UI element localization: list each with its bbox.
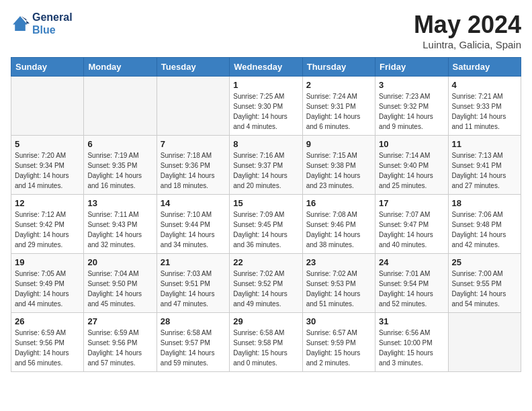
day-number: 14 <box>161 198 226 208</box>
day-number: 24 <box>379 257 444 267</box>
day-info: Sunrise: 6:59 AM Sunset: 9:56 PM Dayligh… <box>15 328 80 368</box>
title-block: May 2024 Luintra, Galicia, Spain <box>414 11 521 50</box>
week-row-1: 1Sunrise: 7:25 AM Sunset: 9:30 PM Daylig… <box>11 77 521 136</box>
calendar-cell: 24Sunrise: 7:01 AM Sunset: 9:54 PM Dayli… <box>375 254 448 313</box>
weekday-header-row: SundayMondayTuesdayWednesdayThursdayFrid… <box>11 58 521 77</box>
day-number: 13 <box>87 198 152 208</box>
day-info: Sunrise: 7:07 AM Sunset: 9:47 PM Dayligh… <box>379 210 444 250</box>
calendar-cell: 6Sunrise: 7:19 AM Sunset: 9:35 PM Daylig… <box>84 136 157 195</box>
calendar-cell: 7Sunrise: 7:18 AM Sunset: 9:36 PM Daylig… <box>157 136 229 195</box>
weekday-header-wednesday: Wednesday <box>230 58 302 77</box>
day-number: 25 <box>452 257 517 267</box>
day-number: 10 <box>379 139 444 149</box>
day-info: Sunrise: 7:02 AM Sunset: 9:52 PM Dayligh… <box>233 269 298 309</box>
day-number: 31 <box>379 316 444 326</box>
day-info: Sunrise: 7:11 AM Sunset: 9:43 PM Dayligh… <box>87 210 152 250</box>
day-info: Sunrise: 7:03 AM Sunset: 9:51 PM Dayligh… <box>161 269 226 309</box>
calendar-cell: 5Sunrise: 7:20 AM Sunset: 9:34 PM Daylig… <box>11 136 84 195</box>
calendar-cell: 12Sunrise: 7:12 AM Sunset: 9:42 PM Dayli… <box>11 195 84 254</box>
calendar-cell: 16Sunrise: 7:08 AM Sunset: 9:46 PM Dayli… <box>302 195 375 254</box>
weekday-header-saturday: Saturday <box>448 58 521 77</box>
day-info: Sunrise: 7:23 AM Sunset: 9:32 PM Dayligh… <box>379 91 444 132</box>
calendar-cell: 23Sunrise: 7:02 AM Sunset: 9:53 PM Dayli… <box>302 254 375 313</box>
day-number: 18 <box>452 198 517 208</box>
day-info: Sunrise: 7:01 AM Sunset: 9:54 PM Dayligh… <box>379 269 444 309</box>
day-info: Sunrise: 7:05 AM Sunset: 9:49 PM Dayligh… <box>15 269 80 309</box>
weekday-header-sunday: Sunday <box>11 58 84 77</box>
weekday-header-tuesday: Tuesday <box>157 58 229 77</box>
calendar-cell: 30Sunrise: 6:57 AM Sunset: 9:59 PM Dayli… <box>302 313 375 372</box>
day-info: Sunrise: 7:15 AM Sunset: 9:38 PM Dayligh… <box>306 150 371 191</box>
day-number: 16 <box>306 198 371 208</box>
day-number: 7 <box>161 139 226 149</box>
day-info: Sunrise: 6:58 AM Sunset: 9:58 PM Dayligh… <box>233 328 298 368</box>
day-number: 11 <box>452 139 517 149</box>
day-number: 15 <box>233 198 298 208</box>
day-info: Sunrise: 7:12 AM Sunset: 9:42 PM Dayligh… <box>15 210 80 250</box>
calendar-cell: 14Sunrise: 7:10 AM Sunset: 9:44 PM Dayli… <box>157 195 229 254</box>
logo: General Blue <box>11 11 73 36</box>
page-header: General Blue May 2024 Luintra, Galicia, … <box>11 11 521 50</box>
day-info: Sunrise: 7:14 AM Sunset: 9:40 PM Dayligh… <box>379 150 444 191</box>
day-number: 2 <box>306 80 371 90</box>
weekday-header-friday: Friday <box>375 58 448 77</box>
calendar-cell: 3Sunrise: 7:23 AM Sunset: 9:32 PM Daylig… <box>375 77 448 136</box>
calendar-cell: 10Sunrise: 7:14 AM Sunset: 9:40 PM Dayli… <box>375 136 448 195</box>
calendar-cell: 29Sunrise: 6:58 AM Sunset: 9:58 PM Dayli… <box>230 313 302 372</box>
calendar-cell <box>448 313 521 372</box>
calendar-cell: 1Sunrise: 7:25 AM Sunset: 9:30 PM Daylig… <box>230 77 302 136</box>
weekday-header-thursday: Thursday <box>302 58 375 77</box>
day-info: Sunrise: 7:13 AM Sunset: 9:41 PM Dayligh… <box>452 150 517 191</box>
day-info: Sunrise: 7:20 AM Sunset: 9:34 PM Dayligh… <box>15 150 80 191</box>
day-info: Sunrise: 7:24 AM Sunset: 9:31 PM Dayligh… <box>306 91 371 132</box>
day-info: Sunrise: 7:09 AM Sunset: 9:45 PM Dayligh… <box>233 210 298 250</box>
calendar-cell: 9Sunrise: 7:15 AM Sunset: 9:38 PM Daylig… <box>302 136 375 195</box>
day-info: Sunrise: 7:08 AM Sunset: 9:46 PM Dayligh… <box>306 210 371 250</box>
day-info: Sunrise: 7:19 AM Sunset: 9:35 PM Dayligh… <box>87 150 152 191</box>
calendar-cell: 19Sunrise: 7:05 AM Sunset: 9:49 PM Dayli… <box>11 254 84 313</box>
calendar-cell: 26Sunrise: 6:59 AM Sunset: 9:56 PM Dayli… <box>11 313 84 372</box>
day-number: 8 <box>233 139 298 149</box>
day-info: Sunrise: 7:21 AM Sunset: 9:33 PM Dayligh… <box>452 91 517 132</box>
day-info: Sunrise: 7:06 AM Sunset: 9:48 PM Dayligh… <box>452 210 517 250</box>
week-row-2: 5Sunrise: 7:20 AM Sunset: 9:34 PM Daylig… <box>11 136 521 195</box>
calendar-cell: 4Sunrise: 7:21 AM Sunset: 9:33 PM Daylig… <box>448 77 521 136</box>
week-row-3: 12Sunrise: 7:12 AM Sunset: 9:42 PM Dayli… <box>11 195 521 254</box>
day-number: 26 <box>15 316 80 326</box>
day-number: 21 <box>161 257 226 267</box>
day-info: Sunrise: 6:57 AM Sunset: 9:59 PM Dayligh… <box>306 328 371 368</box>
calendar-cell: 15Sunrise: 7:09 AM Sunset: 9:45 PM Dayli… <box>230 195 302 254</box>
day-number: 5 <box>15 139 80 149</box>
weekday-header-monday: Monday <box>84 58 157 77</box>
calendar-cell: 21Sunrise: 7:03 AM Sunset: 9:51 PM Dayli… <box>157 254 229 313</box>
calendar-cell: 27Sunrise: 6:59 AM Sunset: 9:56 PM Dayli… <box>84 313 157 372</box>
location: Luintra, Galicia, Spain <box>414 39 521 50</box>
day-number: 29 <box>233 316 298 326</box>
calendar-cell <box>11 77 84 136</box>
calendar-cell: 2Sunrise: 7:24 AM Sunset: 9:31 PM Daylig… <box>302 77 375 136</box>
day-info: Sunrise: 6:58 AM Sunset: 9:57 PM Dayligh… <box>161 328 226 368</box>
month-title: May 2024 <box>414 11 521 39</box>
day-number: 30 <box>306 316 371 326</box>
day-number: 1 <box>233 80 298 90</box>
calendar-cell: 8Sunrise: 7:16 AM Sunset: 9:37 PM Daylig… <box>230 136 302 195</box>
calendar-cell: 18Sunrise: 7:06 AM Sunset: 9:48 PM Dayli… <box>448 195 521 254</box>
day-number: 23 <box>306 257 371 267</box>
calendar-cell: 20Sunrise: 7:04 AM Sunset: 9:50 PM Dayli… <box>84 254 157 313</box>
day-info: Sunrise: 7:02 AM Sunset: 9:53 PM Dayligh… <box>306 269 371 309</box>
calendar-cell: 31Sunrise: 6:56 AM Sunset: 10:00 PM Dayl… <box>375 313 448 372</box>
calendar-cell <box>157 77 229 136</box>
day-number: 28 <box>161 316 226 326</box>
calendar-cell: 28Sunrise: 6:58 AM Sunset: 9:57 PM Dayli… <box>157 313 229 372</box>
day-number: 3 <box>379 80 444 90</box>
day-number: 9 <box>306 139 371 149</box>
day-info: Sunrise: 7:16 AM Sunset: 9:37 PM Dayligh… <box>233 150 298 191</box>
calendar-cell: 13Sunrise: 7:11 AM Sunset: 9:43 PM Dayli… <box>84 195 157 254</box>
calendar-cell <box>84 77 157 136</box>
week-row-5: 26Sunrise: 6:59 AM Sunset: 9:56 PM Dayli… <box>11 313 521 372</box>
logo-icon <box>11 14 30 33</box>
calendar-cell: 11Sunrise: 7:13 AM Sunset: 9:41 PM Dayli… <box>448 136 521 195</box>
calendar: SundayMondayTuesdayWednesdayThursdayFrid… <box>11 57 521 372</box>
day-number: 22 <box>233 257 298 267</box>
day-info: Sunrise: 7:04 AM Sunset: 9:50 PM Dayligh… <box>87 269 152 309</box>
